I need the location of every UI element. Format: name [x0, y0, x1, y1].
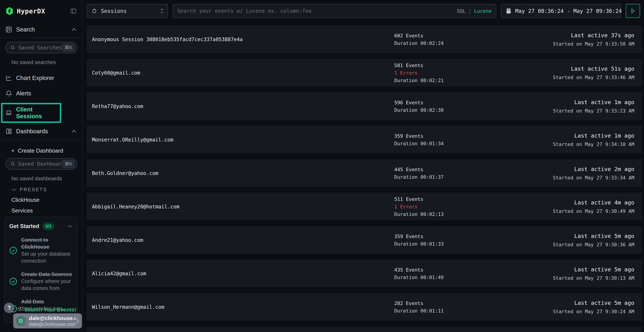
topbar: Sessions SQL | Lucene May 27 08:36:24 - … [83, 0, 644, 18]
chevron-up-icon[interactable] [68, 225, 72, 228]
user-org: dale@clickhouse.com's [29, 322, 76, 327]
session-title: Wilson_Hermann@gmail.com [92, 304, 164, 310]
session-row[interactable]: Anonymous Session 308018eb535facd7cec337… [86, 26, 642, 53]
search-icon [10, 45, 16, 50]
app-title: HyperDX [17, 8, 45, 15]
get-started-item[interactable]: Connect to ClickHouse Set up your databa… [9, 236, 72, 264]
preset-dashboard-link[interactable]: Services [12, 208, 82, 214]
session-row[interactable]: Alicia42@gmail.com 435 Events Duration 0… [86, 260, 642, 287]
user-text: dale@clickhouse.com dale@clickhouse.com'… [29, 315, 76, 327]
select-updown-icon [160, 8, 164, 14]
session-duration: Duration 00:01:34 [394, 140, 444, 146]
session-started: Started on May 27 9:33:46 AM [553, 74, 634, 80]
cmd-k-shortcut: ⌘K [62, 160, 75, 168]
run-query-button[interactable] [626, 4, 640, 18]
session-last-active: Last active 4m ago [553, 199, 634, 206]
get-started-partial-item: Search Your Events! You [17, 306, 76, 313]
session-started: Started on May 27 9:30:49 AM [553, 208, 634, 214]
session-row[interactable]: Andre21@yahoo.com 359 Events Duration 00… [86, 226, 642, 254]
session-last-active: Last active 5m ago [553, 266, 634, 272]
session-row[interactable]: Beth.Goldner@yahoo.com 445 Events Durati… [86, 159, 642, 187]
saved-searches-searchbar[interactable]: ⌘K [5, 42, 77, 53]
check-circle-icon [9, 278, 17, 285]
line-chart-icon [5, 74, 12, 82]
get-started-item-title: Create Data Sources [21, 271, 72, 278]
logo-row: HyperDX [0, 0, 82, 16]
session-stats: 359 Events Duration 00:01:34 [394, 133, 444, 146]
session-started: Started on May 27 9:34:10 AM [553, 142, 634, 147]
session-row[interactable]: Retha77@yahoo.com 596 Events Duration 00… [86, 92, 642, 120]
date-range-value: May 27 08:36:24 - May 27 09:36:24 [515, 8, 622, 14]
sidebar-section-search[interactable]: Search [0, 26, 82, 33]
session-title: Coty60@gmail.com [92, 70, 140, 76]
bell-icon [5, 90, 12, 97]
session-started: Started on May 27 9:33:23 AM [553, 108, 634, 114]
user-email: dale@clickhouse.com [29, 315, 76, 322]
sidebar-section-dashboards[interactable]: Dashboards [0, 128, 82, 135]
saved-searches-input[interactable] [18, 44, 62, 50]
session-events-count: 359 Events [394, 133, 444, 139]
query-language-toggle: SQL | Lucene [457, 8, 492, 14]
create-dashboard-button[interactable]: + Create Dashboard [0, 147, 82, 154]
avatar: D [16, 316, 26, 326]
cmd-k-shortcut: ⌘K [62, 44, 75, 52]
user-account-card[interactable]: D dale@clickhouse.com dale@clickhouse.co… [13, 314, 82, 328]
party-confetti-icon [17, 307, 22, 312]
database-icon [91, 8, 97, 14]
chevron-up-icon[interactable] [72, 28, 76, 31]
sidebar-section-search-label: Search [16, 26, 35, 33]
session-started: Started on May 27 9:30:13 AM [553, 275, 634, 281]
get-started-item[interactable]: Create Data Sources Configure where your… [9, 271, 72, 292]
session-row[interactable]: Monserrat.OReilly@gmail.com 359 Events D… [86, 126, 642, 154]
date-range-picker[interactable]: May 27 08:36:24 - May 27 09:36:24 [501, 4, 621, 18]
session-row[interactable]: Wilson_Hermann@gmail.com 282 Events Dura… [86, 293, 642, 321]
get-started-item-title: Connect to ClickHouse [21, 236, 72, 250]
session-events-count: 435 Events [394, 267, 444, 272]
presets-label: PRESETS [20, 187, 47, 192]
session-last-active: Last active 51s ago [553, 66, 634, 72]
session-duration: Duration 00:02:13 [394, 211, 444, 217]
main-content: Sessions SQL | Lucene May 27 08:36:24 - … [83, 0, 644, 332]
session-stats: 581 Events 1 Errors Duration 00:02:21 [394, 62, 444, 83]
get-started-header[interactable]: Get Started 3/3 [9, 222, 72, 230]
get-started-partial-label: Search Your Events! You [24, 306, 76, 313]
preset-dashboard-link[interactable]: ClickHouse [12, 197, 82, 203]
session-row[interactable]: Abbigail.Heaney20@hotmail.com 511 Events… [86, 193, 642, 220]
lucene-toggle[interactable]: Lucene [474, 8, 492, 14]
laptop-icon [5, 110, 12, 116]
session-last-active: Last active 2m ago [553, 166, 634, 172]
presets-toggle[interactable]: PRESETS [12, 187, 82, 192]
chevron-right-icon [76, 318, 80, 324]
event-search-input[interactable] [177, 8, 454, 14]
help-button[interactable]: ? [4, 303, 14, 313]
session-title: Abbigail.Heaney20@hotmail.com [92, 204, 180, 210]
table-row-partial[interactable] [86, 326, 642, 332]
session-row[interactable]: Coty60@gmail.com 581 Events 1 Errors Dur… [86, 59, 642, 86]
session-last-active: Last active 1m ago [553, 99, 634, 105]
session-events-count: 359 Events [394, 234, 444, 239]
saved-dashboards-searchbar[interactable]: ⌘K [5, 158, 77, 170]
chevron-up-icon[interactable] [72, 130, 76, 133]
check-circle-icon [9, 246, 17, 254]
get-started-progress-badge: 3/3 [42, 222, 54, 230]
session-events-count: 581 Events [394, 62, 444, 68]
session-last-active: Last active 37s ago [553, 32, 634, 38]
session-duration: Duration 00:01:11 [394, 308, 444, 314]
sql-toggle[interactable]: SQL [457, 8, 466, 14]
session-started: Started on May 27 9:30:24 AM [553, 309, 634, 314]
session-duration: Duration 00:01:37 [394, 174, 444, 180]
event-search-bar[interactable]: SQL | Lucene [173, 4, 496, 18]
source-select-value: Sessions [101, 8, 127, 14]
session-activity: Last active 5m ago Started on May 27 9:3… [553, 233, 634, 248]
saved-dashboards-input[interactable] [18, 161, 62, 167]
session-activity: Last active 5m ago Started on May 27 9:3… [553, 266, 634, 281]
get-started-item-text: Create Data Sources Configure where your… [21, 271, 72, 292]
sidebar-collapse-icon[interactable] [70, 8, 77, 14]
sidebar-section-dashboards-label: Dashboards [16, 128, 48, 135]
session-last-active: Last active 5m ago [553, 300, 634, 306]
session-activity: Last active 5m ago Started on May 27 9:3… [553, 300, 634, 314]
source-select[interactable]: Sessions [86, 4, 168, 18]
sidebar-item-client-sessions-highlighted[interactable]: Client Sessions [1, 103, 61, 123]
sidebar-item-alerts[interactable]: Alerts [0, 90, 82, 97]
sidebar-item-chart-explorer[interactable]: Chart Explorer [0, 74, 82, 82]
